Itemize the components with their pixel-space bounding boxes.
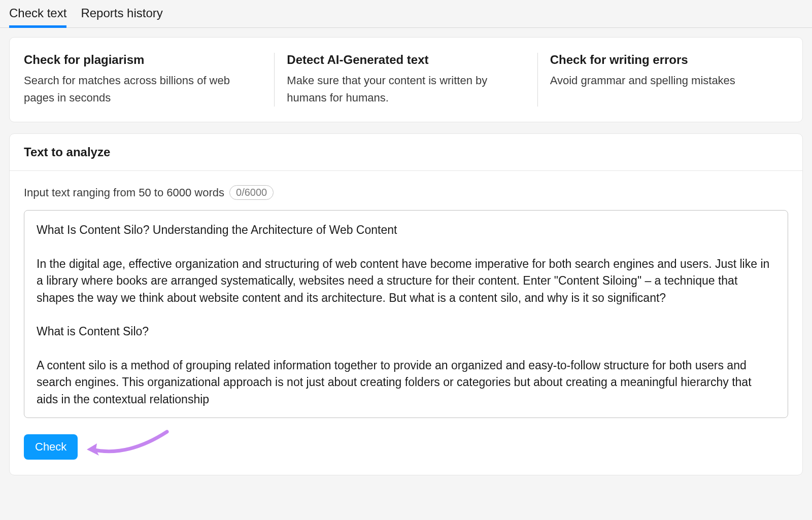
check-button[interactable]: Check [24,434,78,460]
text-input[interactable] [24,210,788,418]
feature-ai-detect: Detect AI-Generated text Make sure that … [275,53,537,107]
tabs-bar: Check text Reports history [0,0,812,28]
feature-desc: Make sure that your content is written b… [287,72,525,107]
input-range-label: Input text ranging from 50 to 6000 words [24,186,224,199]
feature-desc: Avoid grammar and spelling mistakes [550,72,788,89]
word-count-badge: 0/6000 [229,185,274,200]
annotation-arrow-icon [86,429,172,465]
tab-reports-history[interactable]: Reports history [81,6,162,27]
main-content: Check for plagiarism Search for matches … [0,28,812,484]
feature-title: Detect AI-Generated text [287,53,525,67]
input-label-row: Input text ranging from 50 to 6000 words… [24,185,788,200]
feature-card: Check for plagiarism Search for matches … [9,37,803,122]
feature-writing-errors: Check for writing errors Avoid grammar a… [538,53,788,107]
analyze-card: Text to analyze Input text ranging from … [9,133,803,475]
analyze-header: Text to analyze [10,134,802,171]
analyze-title: Text to analyze [24,145,788,159]
feature-plagiarism: Check for plagiarism Search for matches … [24,53,275,107]
feature-desc: Search for matches across billions of we… [24,72,262,107]
feature-title: Check for writing errors [550,53,788,67]
tab-check-text[interactable]: Check text [9,6,66,27]
analyze-body: Input text ranging from 50 to 6000 words… [10,171,802,475]
feature-title: Check for plagiarism [24,53,262,67]
